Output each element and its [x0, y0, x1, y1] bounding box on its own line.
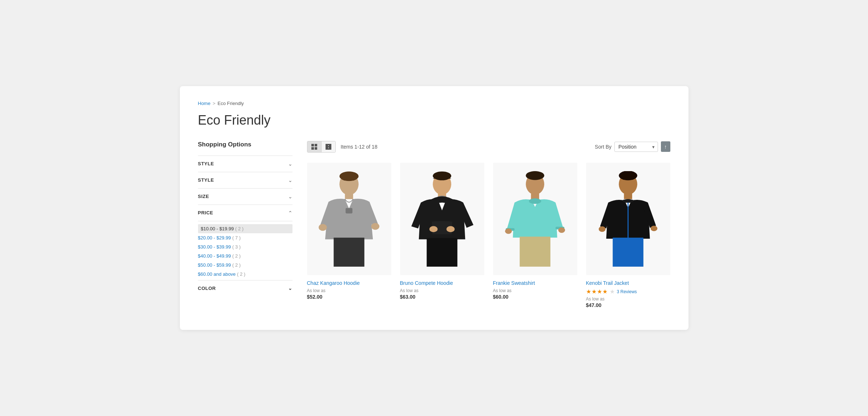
product-price-frankie: ​$60.00 [493, 294, 577, 300]
filter-style2-header[interactable]: STYLE ⌄ [198, 172, 292, 188]
product-name-frankie[interactable]: Frankie Sweatshirt [493, 280, 577, 286]
price-option-5[interactable]: $50.00 - $59.99 ( 2 ) [198, 260, 292, 270]
filter-size-header[interactable]: SIZE ⌄ [198, 189, 292, 205]
filter-size: SIZE ⌄ [198, 188, 292, 205]
svg-rect-35 [624, 194, 632, 199]
svg-point-22 [447, 226, 455, 232]
filter-color-header[interactable]: COLOR ⌄ [198, 280, 292, 296]
product-price-label-bruno: As low as [400, 288, 484, 293]
filter-price: PRICE ⌃ $10.00 - $19.99 ( 2 ) $20.00 - $… [198, 205, 292, 280]
price-option-6[interactable]: $60.00 and above ( 2 ) [198, 270, 292, 279]
svg-rect-10 [326, 148, 331, 150]
product-name-kenobi[interactable]: Kenobi Trail Jacket [586, 280, 670, 286]
svg-rect-3 [315, 147, 317, 150]
price-option-4[interactable]: $40.00 - $49.99 ( 2 ) [198, 251, 292, 260]
sort-select-wrap: Position Name Price [614, 142, 658, 152]
svg-point-15 [371, 223, 380, 230]
svg-point-31 [505, 229, 512, 234]
breadcrumb-separator: > [213, 101, 215, 106]
svg-rect-8 [326, 144, 331, 145]
sidebar: Shopping Options STYLE ⌄ STYLE ⌄ SIZE [198, 141, 292, 308]
products-area: Items 1-12 of 18 Sort By Position Name P… [307, 141, 670, 308]
svg-rect-2 [311, 147, 314, 150]
filter-style2: STYLE ⌄ [198, 172, 292, 188]
svg-rect-16 [334, 238, 364, 267]
sort-select[interactable]: Position Name Price [614, 142, 658, 152]
price-option-3[interactable]: $30.00 - $39.99 ( 3 ) [198, 242, 292, 251]
svg-point-27 [529, 198, 541, 204]
filter-style1-header[interactable]: STYLE ⌄ [198, 156, 292, 172]
price-options: $10.00 - $19.99 ( 2 ) $20.00 - $29.99 ( … [198, 221, 292, 280]
products-grid: Chaz Kangaroo Hoodie As low as ​$52.00 [307, 163, 670, 308]
chevron-up-icon: ⌃ [288, 210, 292, 216]
product-image-kenobi [586, 163, 670, 275]
filter-price-label: PRICE [198, 210, 213, 215]
product-card-bruno: Bruno Compete Hoodie As low as ​$63.00 [400, 163, 484, 308]
product-price-label-kenobi: As low as [586, 296, 670, 302]
product-card: Chaz Kangaroo Hoodie As low as ​$52.00 [307, 163, 391, 308]
toolbar: Items 1-12 of 18 Sort By Position Name P… [307, 141, 670, 153]
svg-rect-9 [326, 146, 331, 148]
svg-rect-0 [311, 144, 314, 146]
svg-point-24 [433, 171, 451, 180]
product-card-kenobi: Kenobi Trail Jacket ★★★★ ★ 3 Reviews As … [586, 163, 670, 308]
chevron-down-icon2: ⌄ [288, 177, 292, 183]
review-count-kenobi[interactable]: 3 Reviews [617, 289, 637, 294]
breadcrumb-home[interactable]: Home [198, 101, 211, 106]
page-title: Eco Friendly [198, 113, 670, 128]
price-option-2[interactable]: $20.00 - $29.99 ( 7 ) [198, 233, 292, 242]
filter-color-label: COLOR [198, 286, 216, 291]
product-name-chaz[interactable]: Chaz Kangaroo Hoodie [307, 280, 391, 286]
grid-view-button[interactable] [307, 141, 322, 152]
product-price-label-frankie: As low as [493, 288, 577, 293]
product-price-kenobi: ​$47.00 [586, 302, 670, 308]
product-image-frankie [493, 163, 577, 275]
product-price-chaz: ​$52.00 [307, 294, 391, 300]
product-rating-kenobi: ★★★★ ★ 3 Reviews [586, 288, 670, 295]
svg-rect-12 [345, 193, 353, 199]
breadcrumb: Home > Eco Friendly [198, 101, 670, 106]
product-card-frankie: Frankie Sweatshirt As low as ​$60.00 [493, 163, 577, 308]
svg-rect-26 [531, 194, 539, 199]
list-view-button[interactable] [322, 141, 335, 152]
chevron-down-icon: ⌄ [288, 161, 292, 167]
breadcrumb-current: Eco Friendly [218, 101, 244, 106]
svg-point-32 [558, 227, 565, 233]
product-price-label-chaz: As low as [307, 288, 391, 293]
shopping-options-title: Shopping Options [198, 141, 292, 148]
page-container: Home > Eco Friendly Eco Friendly Shoppin… [180, 86, 689, 330]
main-layout: Shopping Options STYLE ⌄ STYLE ⌄ SIZE [198, 141, 670, 308]
sort-section: Sort By Position Name Price ↑ [595, 141, 670, 152]
view-buttons [307, 141, 336, 153]
svg-rect-1 [315, 144, 317, 146]
svg-rect-23 [427, 238, 457, 267]
svg-point-38 [650, 226, 657, 231]
star-empty-icon: ★ [610, 288, 615, 295]
filter-style1: STYLE ⌄ [198, 156, 292, 172]
stars-icon: ★★★★ [586, 288, 608, 295]
price-option-1[interactable]: $10.00 - $19.99 ( 2 ) [198, 224, 292, 233]
svg-rect-30 [520, 237, 550, 267]
filter-price-header[interactable]: PRICE ⌃ [198, 205, 292, 221]
svg-rect-36 [613, 238, 643, 267]
filter-style1-label: STYLE [198, 161, 214, 166]
product-image-bruno [400, 163, 484, 275]
svg-point-37 [599, 226, 606, 232]
svg-rect-13 [346, 208, 352, 213]
svg-point-39 [619, 171, 637, 180]
svg-point-17 [339, 171, 359, 181]
items-count: Items 1-12 of 18 [341, 144, 590, 150]
filter-size-label: SIZE [198, 194, 209, 199]
product-price-bruno: ​$63.00 [400, 294, 484, 300]
chevron-down-icon4: ⌄ [288, 286, 292, 291]
sort-label: Sort By [595, 144, 611, 150]
chevron-down-icon3: ⌄ [288, 194, 292, 199]
product-image-chaz [307, 163, 391, 275]
filter-style2-label: STYLE [198, 177, 214, 183]
svg-point-33 [526, 171, 544, 180]
svg-point-21 [429, 226, 438, 232]
sort-direction-button[interactable]: ↑ [661, 141, 670, 152]
svg-point-14 [319, 224, 327, 231]
product-name-bruno[interactable]: Bruno Compete Hoodie [400, 280, 484, 286]
